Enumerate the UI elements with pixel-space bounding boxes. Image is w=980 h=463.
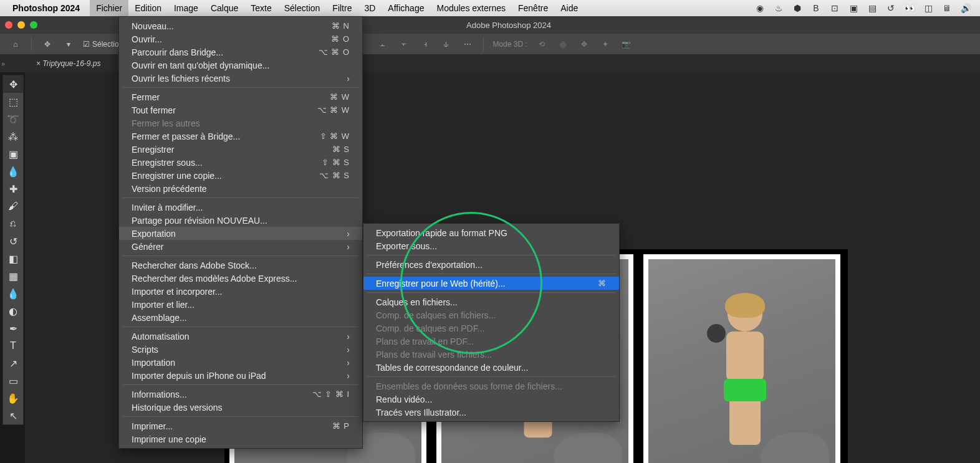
menu-selection[interactable]: Sélection xyxy=(278,0,327,16)
menu-item[interactable]: Tables de correspondance de couleur... xyxy=(363,361,619,374)
volume-icon[interactable]: 🔊 xyxy=(959,1,973,15)
traffic-close[interactable] xyxy=(5,21,12,29)
menu-3d[interactable]: 3D xyxy=(358,0,382,16)
menu-item[interactable]: Informations...⌥ ⇧ ⌘ I xyxy=(119,388,362,401)
tool-stamp[interactable]: ⎌ xyxy=(3,215,23,232)
record-icon[interactable]: ⊡ xyxy=(828,1,842,15)
menu-item[interactable]: Nouveau...⌘ N xyxy=(119,19,362,32)
tool-gradient[interactable]: ▦ xyxy=(3,267,23,285)
menu-item[interactable]: Enregistrer sous...⇧ ⌘ S xyxy=(119,156,362,169)
menu-item[interactable]: Exporter sous... xyxy=(363,239,619,252)
flame-icon[interactable]: ♨ xyxy=(772,1,785,15)
clipboard-icon[interactable]: ▤ xyxy=(865,1,879,15)
menu-item[interactable]: Imprimer...⌘ P xyxy=(119,419,362,432)
tool-hand[interactable]: ✋ xyxy=(3,389,23,407)
menu-fichier[interactable]: Fichier xyxy=(90,0,128,16)
auto-select-check[interactable]: ☑ Sélection xyxy=(83,40,123,49)
menu-item[interactable]: Parcourir dans Bridge...⌥ ⌘ O xyxy=(119,45,362,59)
align-top-icon[interactable]: ⫠ xyxy=(374,36,392,53)
menu-item[interactable]: Importer et lier... xyxy=(119,298,362,311)
tool-move[interactable]: ✥ xyxy=(3,75,23,93)
menu-item[interactable]: Importation› xyxy=(119,356,362,369)
menu-item[interactable]: Enregistrer une copie...⌥ ⌘ S xyxy=(119,169,362,182)
display-icon[interactable]: 🖥 xyxy=(940,1,954,15)
tool-eraser[interactable]: ◧ xyxy=(3,250,23,267)
tool-blur[interactable]: 💧 xyxy=(3,285,23,302)
traffic-zoom[interactable] xyxy=(30,21,37,29)
align-bottom-icon[interactable]: ⫞ xyxy=(416,36,434,53)
tool-marquee[interactable]: ⬚ xyxy=(3,93,23,110)
menu-item[interactable]: Automatisation› xyxy=(119,330,362,343)
app-name[interactable]: Photoshop 2024 xyxy=(12,3,80,13)
menu-item[interactable]: Rechercher dans Adobe Stock... xyxy=(119,259,362,272)
tool-wand[interactable]: ⁂ xyxy=(3,128,23,145)
behance-icon[interactable]: B xyxy=(809,1,823,15)
menu-item[interactable]: Partage pour révision NOUVEAU... xyxy=(119,214,362,227)
menu-item[interactable]: Version précédente xyxy=(119,182,362,195)
menu-item[interactable]: Exportation rapide au format PNG xyxy=(363,226,619,239)
menu-item[interactable]: Rendu vidéo... xyxy=(363,393,619,406)
cam-icon[interactable]: 📷 xyxy=(618,36,635,53)
menu-aide[interactable]: Aide xyxy=(554,0,584,16)
move-icon[interactable]: ✥ xyxy=(39,36,56,53)
align-vcenter-icon[interactable]: ⫟ xyxy=(395,36,413,53)
menu-edition[interactable]: Edition xyxy=(128,0,168,16)
orbit-icon[interactable]: ⟲ xyxy=(533,36,550,53)
tool-eyedropper[interactable]: 💧 xyxy=(3,163,23,180)
menu-image[interactable]: Image xyxy=(168,0,204,16)
menu-item[interactable]: Assemblage... xyxy=(119,311,362,324)
tool-path[interactable]: ↗ xyxy=(3,355,23,372)
chevron-down-icon[interactable]: ▾ xyxy=(60,36,77,53)
menu-item[interactable]: Exportation› xyxy=(119,227,362,240)
tool-healing[interactable]: ✚ xyxy=(3,180,23,198)
menu-item[interactable]: Ouvrir en tant qu'objet dynamique... xyxy=(119,59,362,72)
panel-collapse-strip[interactable]: » xyxy=(0,55,6,72)
tool-brush[interactable]: 🖌 xyxy=(3,198,23,215)
traffic-min[interactable] xyxy=(17,21,25,29)
panel-icon[interactable]: ◫ xyxy=(921,1,935,15)
menu-item[interactable]: Historique des versions xyxy=(119,401,362,414)
menu-item[interactable]: Générer› xyxy=(119,240,362,253)
menu-fenetre[interactable]: Fenêtre xyxy=(512,0,554,16)
binoculars-icon[interactable]: 👀 xyxy=(903,1,916,15)
menu-item[interactable]: Importer et incorporer... xyxy=(119,285,362,298)
drag-icon[interactable]: ✥ xyxy=(575,36,593,53)
menu-affichage[interactable]: Affichage xyxy=(382,0,430,16)
tool-history-brush[interactable]: ↺ xyxy=(3,232,23,250)
scale-icon[interactable]: ✦ xyxy=(597,36,614,53)
document-tab[interactable]: × Triptyque-16-9.ps xyxy=(30,59,107,68)
menu-item[interactable]: Fermer et passer à Bridge...⇧ ⌘ W xyxy=(119,130,362,143)
dropbox-icon[interactable]: ⬢ xyxy=(790,1,804,15)
menu-item[interactable]: Calques en fichiers... xyxy=(363,295,619,308)
menu-item[interactable]: Tracés vers Illustrator... xyxy=(363,406,619,419)
pointer-icon[interactable]: ◉ xyxy=(753,1,767,15)
tool-pen[interactable]: ✒ xyxy=(3,320,23,337)
menu-item[interactable]: Enregistrer pour le Web (hérité)...⌘ xyxy=(363,277,619,290)
menu-item[interactable]: Ouvrir les fichiers récents› xyxy=(119,72,362,85)
menu-item[interactable]: Préférences d'exportation... xyxy=(363,258,619,271)
menu-item[interactable]: Scripts› xyxy=(119,343,362,356)
tool-type[interactable]: T xyxy=(3,337,23,355)
tool-rectangle[interactable]: ▭ xyxy=(3,372,23,389)
menu-modules[interactable]: Modules externes xyxy=(430,0,512,16)
menu-item[interactable]: Rechercher des modèles Adobe Express... xyxy=(119,272,362,285)
menu-item[interactable]: Fermer⌘ W xyxy=(119,90,362,103)
tool-dodge[interactable]: ◐ xyxy=(3,302,23,320)
tool-crop[interactable]: ▣ xyxy=(3,145,23,163)
rot-icon[interactable]: ◎ xyxy=(554,36,572,53)
menu-item[interactable]: Importer depuis un iPhone ou iPad› xyxy=(119,369,362,382)
frames-icon[interactable]: ▣ xyxy=(847,1,860,15)
history-icon[interactable]: ↺ xyxy=(884,1,898,15)
tool-arrow[interactable]: ↖ xyxy=(3,407,23,424)
menu-item[interactable]: Tout fermer⌥ ⌘ W xyxy=(119,103,362,117)
menu-item[interactable]: Ouvrir...⌘ O xyxy=(119,32,362,45)
menu-item[interactable]: Inviter à modifier... xyxy=(119,201,362,214)
home-icon[interactable]: ⌂ xyxy=(7,36,24,53)
more-icon[interactable]: ⋯ xyxy=(459,36,476,53)
menu-item[interactable]: Imprimer une copie xyxy=(119,432,362,446)
align-stretch-icon[interactable]: ⫝ xyxy=(438,36,455,53)
menu-texte[interactable]: Texte xyxy=(244,0,277,16)
tool-lasso[interactable]: ➰ xyxy=(3,110,23,128)
menu-item[interactable]: Enregistrer⌘ S xyxy=(119,143,362,156)
menu-filtre[interactable]: Filtre xyxy=(326,0,358,16)
